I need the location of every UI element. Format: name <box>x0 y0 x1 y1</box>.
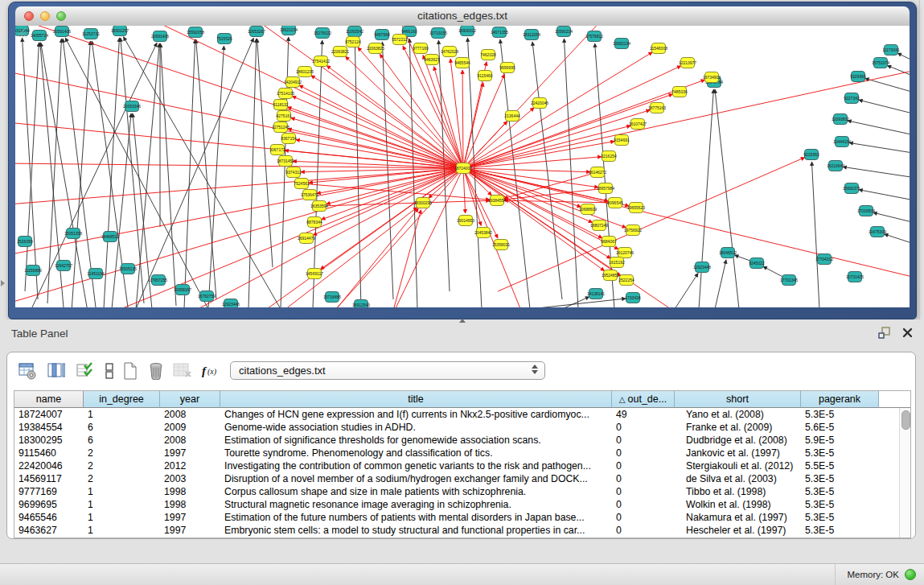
graph-node[interactable]: 15692371 <box>843 183 860 194</box>
graph-node[interactable]: 12444154 <box>833 137 851 147</box>
graph-node[interactable]: 14762028 <box>441 47 458 57</box>
graph-node[interactable]: 20053346 <box>123 101 141 112</box>
table-cell-pagerank[interactable]: 5.5E-5 <box>801 459 879 472</box>
graph-node[interactable]: 2522254 <box>618 275 634 286</box>
graph-node[interactable]: 20591406 <box>53 27 71 37</box>
table-cell-short[interactable]: Nakamura et al. (1997) <box>675 511 801 524</box>
table-cell-name[interactable]: 9465546 <box>14 511 84 524</box>
graph-node[interactable]: 14138141 <box>587 289 605 299</box>
graph-node[interactable]: 19014953 <box>457 216 474 226</box>
graph-node[interactable]: 17016504 <box>857 206 875 216</box>
graph-node[interactable]: 18957984 <box>597 183 614 194</box>
table-cell-pagerank[interactable]: 5.3E-5 <box>801 447 879 459</box>
table-cell-short[interactable]: Dudbridge et al. (2008) <box>675 434 801 447</box>
graph-node[interactable]: 15505135 <box>119 264 137 274</box>
graph-node[interactable]: 12923448 <box>693 262 711 273</box>
table-cell-name[interactable]: 9115460 <box>14 447 84 459</box>
table-cell-year[interactable]: 2009 <box>160 421 220 434</box>
table-cell-in_degree[interactable]: 6 <box>84 434 160 447</box>
graph-node[interactable]: 10688609 <box>579 204 597 215</box>
table-cell-name[interactable]: 9777169 <box>14 485 84 498</box>
table-cell-in_degree[interactable]: 1 <box>84 511 160 524</box>
table-cell-out_de[interactable]: 0 <box>612 511 675 524</box>
table-cell-out_de[interactable]: 0 <box>612 447 675 459</box>
graph-node[interactable]: 18807249 <box>590 220 608 231</box>
graph-node[interactable]: 10719155 <box>429 28 447 39</box>
table-cell-in_degree[interactable]: 6 <box>84 421 160 434</box>
table-cell-in_degree[interactable]: 1 <box>84 524 160 537</box>
table-cell-title[interactable]: Tourette syndrome. Phenomenology and cla… <box>220 447 612 459</box>
table-cell-year[interactable]: 2012 <box>160 459 220 472</box>
graph-node[interactable]: 9227342 <box>844 93 860 104</box>
graph-node[interactable]: 15358031 <box>492 240 510 250</box>
table-cell-title[interactable]: Changes of HCN gene expression and I(f) … <box>220 408 612 421</box>
graph-node[interactable]: 7515526 <box>216 34 232 44</box>
table-cell-name[interactable]: 18300295 <box>14 434 84 447</box>
graph-node[interactable]: 14204912 <box>284 77 302 88</box>
table-cell-name[interactable]: 18724007 <box>14 408 84 421</box>
graph-node[interactable]: 18731452 <box>277 156 294 167</box>
graph-node[interactable]: 18300295 <box>414 198 432 208</box>
window-titlebar[interactable]: citations_edges.txt <box>15 6 910 27</box>
row-height-button[interactable] <box>99 360 120 381</box>
memory-status[interactable]: Memory: OK <box>835 564 916 585</box>
table-cell-out_de[interactable]: 0 <box>612 472 675 485</box>
table-cell-out_de[interactable]: 49 <box>612 408 675 421</box>
table-cell-short[interactable]: Tibbo et al. (1998) <box>675 485 801 498</box>
graph-node[interactable]: 22063825 <box>367 43 384 54</box>
graph-node[interactable]: 10653267 <box>248 27 265 37</box>
graph-node[interactable]: 9329966 <box>850 72 866 82</box>
table-cell-title[interactable]: Estimation of the future numbers of pati… <box>220 511 612 524</box>
graph-node[interactable]: 9215953 <box>803 150 819 160</box>
graph-node[interactable]: 16107427 <box>629 119 647 130</box>
graph-node[interactable]: 15718485 <box>323 292 341 303</box>
table-cell-year[interactable]: 2003 <box>160 472 220 485</box>
table-cell-in_degree[interactable]: 1 <box>84 498 160 511</box>
table-row[interactable]: 969969511998Structural magnetic resonanc… <box>14 498 899 511</box>
graph-node[interactable]: 9118132 <box>273 100 288 110</box>
table-cell-name[interactable]: 19384554 <box>14 421 84 434</box>
column-header-out_de[interactable]: △out_de... <box>612 391 675 408</box>
table-row[interactable]: 1938455462009Genome-wide association stu… <box>14 421 899 434</box>
table-cell-year[interactable]: 1998 <box>160 498 220 511</box>
graph-node[interactable]: 16782759 <box>198 291 216 302</box>
graph-node[interactable]: 19756922 <box>624 225 642 236</box>
table-cell-short[interactable]: Franke et al. (2009) <box>675 421 801 434</box>
graph-node[interactable]: 17704312 <box>815 254 833 265</box>
graph-node[interactable]: 11253731 <box>82 29 100 39</box>
graph-node[interactable]: 15592058 <box>187 27 204 38</box>
graph-node[interactable]: 18301257 <box>111 26 129 36</box>
table-cell-short[interactable]: Jankovic et al. (1997) <box>675 447 801 459</box>
graph-node[interactable]: 9115460 <box>477 71 492 81</box>
table-cell-name[interactable]: 14569117 <box>14 472 84 485</box>
graph-node[interactable]: 16210643 <box>827 161 844 171</box>
table-cell-pagerank[interactable]: 5.3E-5 <box>801 498 879 511</box>
column-header-year[interactable]: year <box>160 391 220 408</box>
table-cell-in_degree[interactable]: 2 <box>84 459 160 472</box>
column-header-pagerank[interactable]: pagerank <box>801 391 879 408</box>
graph-node[interactable]: 12093832 <box>832 114 849 125</box>
graph-node[interactable]: 2526059 <box>17 237 33 247</box>
graph-node[interactable]: 19621234 <box>280 26 298 35</box>
table-row[interactable]: 946362711997Embryonic stem cells: a mode… <box>14 524 899 537</box>
graph-node[interactable]: 18468512 <box>101 232 119 242</box>
column-header-short[interactable]: short <box>675 391 801 408</box>
graph-node[interactable]: 18775163 <box>648 103 666 113</box>
graph-node[interactable]: 16353594 <box>310 201 328 212</box>
row-selection-button[interactable] <box>75 360 96 381</box>
function-builder-button[interactable]: f (x) <box>199 360 224 381</box>
graph-node[interactable]: 11093542 <box>346 27 363 37</box>
graph-node[interactable]: 12923446 <box>222 299 240 308</box>
graph-node[interactable]: 16120746 <box>616 248 634 258</box>
graph-node[interactable]: 10731425 <box>846 272 864 282</box>
float-panel-icon[interactable] <box>878 327 891 339</box>
table-scrollbar[interactable] <box>899 408 910 538</box>
graph-node[interactable]: 9777169 <box>413 43 429 54</box>
graph-node[interactable]: 16914479 <box>298 233 315 244</box>
graph-node[interactable]: 18601235 <box>296 67 314 77</box>
graph-node[interactable]: 17514105 <box>277 89 294 99</box>
graph-node[interactable]: 17541412 <box>312 56 330 67</box>
column-header-title[interactable]: title <box>220 391 612 408</box>
graph-node[interactable]: 14671355 <box>491 27 508 38</box>
column-header-in_degree[interactable]: in_degree <box>84 391 160 408</box>
